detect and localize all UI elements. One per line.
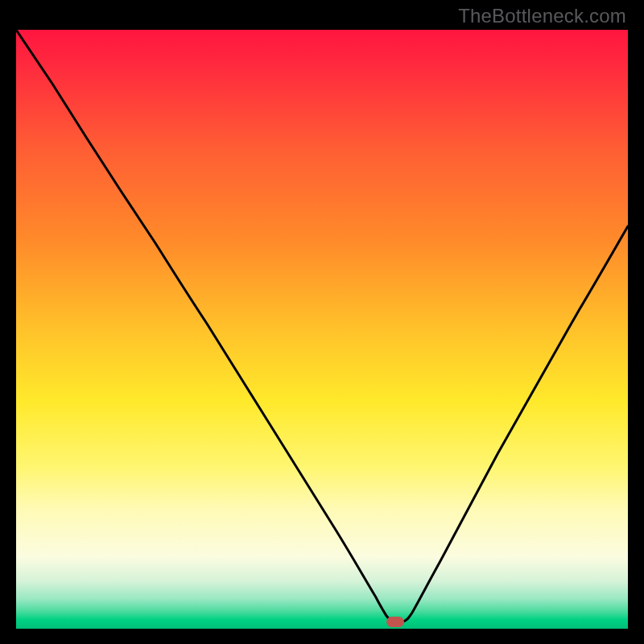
bottleneck-chart: [16, 30, 628, 629]
watermark-text: TheBottleneck.com: [458, 5, 626, 27]
gradient-background: [16, 30, 628, 629]
chart-frame: TheBottleneck.com: [0, 0, 644, 644]
minimum-marker: [386, 617, 404, 627]
